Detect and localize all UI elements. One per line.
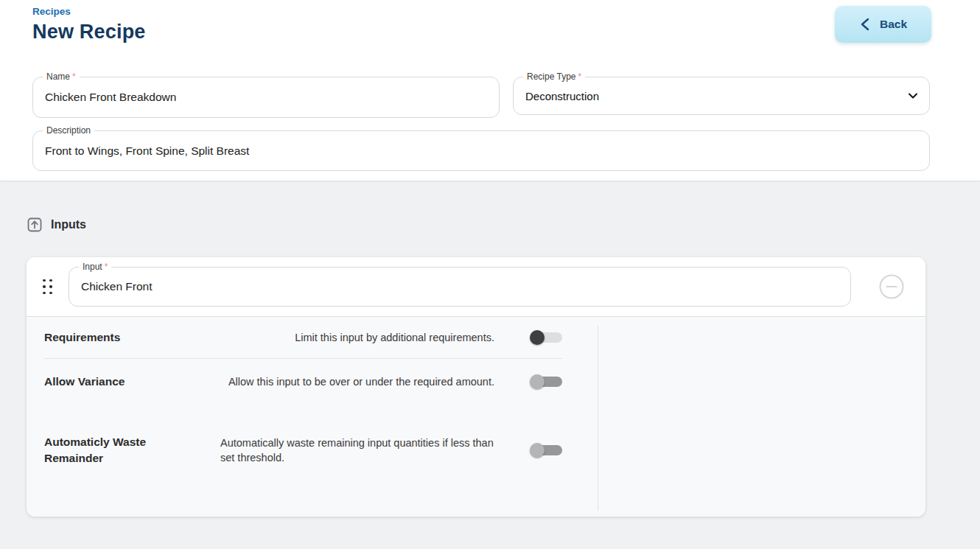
setting-description: Limit this input by additional requireme… (295, 330, 494, 345)
remove-input-button[interactable] (878, 273, 905, 300)
toggle-knob (530, 374, 545, 389)
recipe-type-label-text: Recipe Type (527, 71, 576, 82)
input-upload-icon (27, 217, 43, 233)
input-name-field: Input* (69, 267, 851, 307)
required-asterisk: * (578, 71, 582, 82)
toggle-knob (530, 330, 545, 345)
input-name-input[interactable] (69, 267, 850, 306)
description-input[interactable] (33, 131, 929, 170)
inputs-section-title: Inputs (51, 218, 86, 231)
description-field: Description (32, 130, 930, 171)
main-content: Inputs Input* Requi (0, 181, 980, 517)
breadcrumb[interactable]: Recipes (32, 6, 71, 17)
name-field: Name* (32, 77, 500, 118)
setting-label: Automaticly Waste Remainder (44, 434, 184, 466)
setting-label: Allow Variance (44, 374, 184, 390)
settings-right-panel (598, 317, 925, 517)
auto-waste-toggle[interactable] (530, 443, 562, 458)
input-card: Input* Requirements Limit this input by … (27, 257, 925, 517)
input-row: Input* (27, 257, 925, 316)
requirements-toggle[interactable] (530, 330, 562, 345)
required-asterisk: * (105, 262, 108, 272)
setting-description: Automatically waste remaining input quan… (220, 436, 494, 465)
name-field-label-text: Name (46, 71, 70, 82)
form-fields-row: Name* Recipe Type* Deconstruction (32, 77, 930, 118)
name-input[interactable] (33, 77, 499, 117)
page-title: New Recipe (32, 21, 930, 43)
input-field-label-text: Input (83, 262, 102, 272)
drag-handle-icon[interactable] (43, 279, 52, 295)
setting-row-requirements: Requirements Limit this input by additio… (44, 317, 562, 358)
setting-row-allow-variance: Allow Variance Allow this input to be ov… (44, 359, 562, 408)
input-settings-panel: Requirements Limit this input by additio… (27, 316, 925, 517)
required-asterisk: * (72, 71, 76, 82)
recipe-type-field: Recipe Type* Deconstruction (513, 77, 930, 115)
description-field-label: Description (43, 125, 94, 136)
chevron-left-icon (859, 18, 871, 31)
inputs-section-header: Inputs (27, 217, 980, 233)
description-label-text: Description (46, 125, 91, 136)
recipe-type-label: Recipe Type* (523, 71, 585, 83)
recipe-type-select[interactable]: Deconstruction (514, 77, 929, 114)
setting-description: Allow this input to be over or under the… (228, 374, 494, 389)
minus-circle-icon (878, 273, 905, 300)
setting-row-auto-waste: Automaticly Waste Remainder Automaticall… (44, 434, 562, 466)
input-field-label: Input* (79, 262, 111, 273)
page-header: Recipes New Recipe Back Name* Recipe Typ… (0, 0, 980, 181)
toggle-knob (530, 443, 545, 458)
back-button[interactable]: Back (835, 6, 931, 43)
back-button-label: Back (880, 18, 907, 31)
allow-variance-toggle[interactable] (530, 374, 562, 389)
name-field-label: Name* (43, 71, 80, 83)
settings-list: Requirements Limit this input by additio… (27, 317, 598, 517)
setting-label: Requirements (44, 329, 184, 346)
